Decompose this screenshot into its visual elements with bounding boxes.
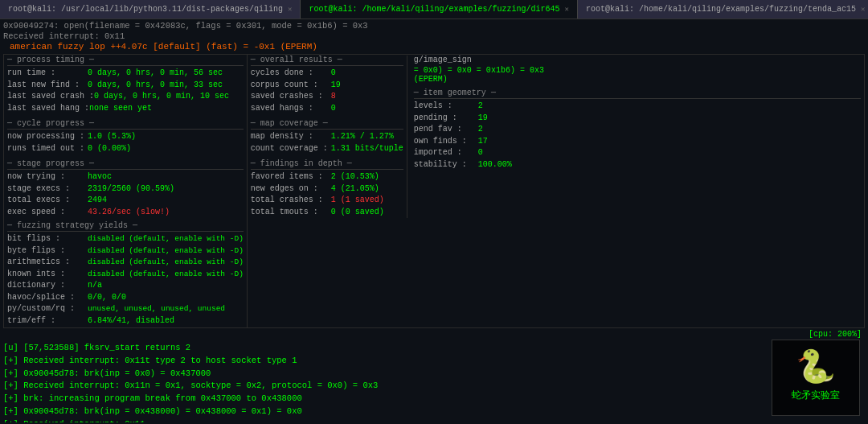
log-area: [u] [57,523588] fksrv_start returns 2 [+… — [3, 342, 865, 422]
byte-flips-row: byte flips : disabled (default, enable w… — [7, 245, 244, 257]
known-ints-row: known ints : disabled (default, enable w… — [7, 269, 244, 281]
log-line-0: [u] [57,523588] fksrv_start returns 2 — [3, 342, 865, 355]
cycle-progress-title: ─ cycle progress ─ — [7, 119, 244, 130]
total-execs-row: total execs : 2494 — [7, 195, 244, 207]
tab-1[interactable]: root@kali: /home/kali/qiling/examples/fu… — [301, 0, 577, 19]
tab-2[interactable]: root@kali: /home/kali/qiling/examples/fu… — [578, 0, 868, 19]
log-line-3: [+] Received interrupt: 0x11n = 0x1, soc… — [3, 380, 865, 393]
watermark-label: 蛇矛实验室 — [792, 389, 840, 402]
tab-2-close[interactable]: ✕ — [861, 5, 865, 14]
run-time-row: run time : 0 days, 0 hrs, 0 min, 56 sec — [7, 68, 244, 80]
cpu-info: [cpu: 200%] — [3, 330, 865, 339]
tab-0-close[interactable]: ✕ — [288, 5, 292, 14]
imported-row: imported : 0 — [414, 147, 861, 159]
total-tmouts-row: total tmouts : 0 (0 saved) — [251, 207, 403, 219]
now-processing-row: now processing : 1.0 (5.3%) — [7, 131, 244, 143]
runs-timed-out-row: runs timed out : 0 (0.00%) — [7, 143, 244, 155]
new-edges-on-row: new edges on : 4 (21.05%) — [251, 183, 403, 196]
saved-hangs-row: saved hangs : 0 — [251, 103, 403, 115]
terminal: root@kali: /usr/local/lib/python3.11/dis… — [0, 0, 868, 424]
findings-depth-title: ─ findings in depth ─ — [251, 159, 403, 170]
fuzzing-yields-title: ─ fuzzing strategy yields ─ — [7, 221, 244, 232]
pend-fav-row: pend fav : 2 — [414, 124, 861, 136]
snake-icon: 🐍 — [796, 353, 836, 385]
py-custom-rq-row: py/custom/rq : unused, unused, unused, u… — [7, 303, 244, 315]
watermark: 🐍 蛇矛实验室 — [772, 340, 860, 416]
tab-1-close[interactable]: ✕ — [565, 5, 569, 14]
havoc-splice-row: havoc/splice : 0/0, 0/0 — [7, 292, 244, 304]
log-line-5: [+] 0x90045d78: brk(inp = 0x438000) = 0x… — [3, 405, 865, 418]
header-path: 0x90049274: open(filename = 0x42083c, fl… — [3, 21, 865, 31]
main-content: 0x90049274: open(filename = 0x42083c, fl… — [0, 19, 868, 424]
stage-progress-title: ─ stage progress ─ — [7, 159, 244, 170]
last-saved-crash-row: last saved crash : 0 days, 0 hrs, 0 min,… — [7, 91, 244, 103]
tab-0[interactable]: root@kali: /usr/local/lib/python3.11/dis… — [0, 0, 301, 19]
fuzzy-header: american fuzzy lop ++4.07c [default] (fa… — [3, 42, 865, 51]
now-trying-row: now trying : havoc — [7, 171, 244, 183]
item-geometry-title: ─ item geometry ─ — [414, 89, 861, 99]
corpus-count-row: corpus count : 19 — [251, 80, 403, 92]
dictionary-row: dictionary : n/a — [7, 280, 244, 292]
stage-execs-row: stage execs : 2319/2560 (90.59%) — [7, 183, 244, 196]
overall-results-title: ─ overall results ─ — [251, 56, 403, 66]
favored-items-row: favored items : 2 (10.53%) — [251, 171, 403, 183]
log-line-4: [+] brk: increasing program break from 0… — [3, 393, 865, 405]
tab-2-label: root@kali: /home/kali/qiling/examples/fu… — [586, 5, 856, 14]
process-timing-title: ─ process timing ─ — [7, 56, 244, 66]
log-line-2: [+] 0x90045d78: brk(inp = 0x0) = 0x43700… — [3, 368, 865, 381]
stability-row: stability : 100.00% — [414, 159, 861, 171]
levels-row: levels : 2 — [414, 101, 861, 113]
header-interrupt: Received interrupt: 0x11 — [3, 31, 865, 41]
last-saved-hang-row: last saved hang : none seen yet — [7, 103, 244, 115]
log-line-1: [+] Received interrupt: 0x11t type 2 to … — [3, 355, 865, 368]
count-coverage-row: count coverage : 1.31 bits/tuple — [251, 143, 403, 155]
last-new-find-row: last new find : 0 days, 0 hrs, 0 min, 33… — [7, 80, 244, 92]
pending-row: pending : 19 — [414, 113, 861, 125]
tab-1-label: root@kali: /home/kali/qiling/examples/fu… — [309, 5, 559, 14]
map-density-row: map density : 1.21% / 1.27% — [251, 131, 403, 143]
arithmetics-row: arithmetics : disabled (default, enable … — [7, 257, 244, 269]
exec-speed-row: exec speed : 43.26/sec (slow!) — [7, 207, 244, 219]
bit-flips-row: bit flips : disabled (default, enable wi… — [7, 233, 244, 245]
tab-bar: root@kali: /usr/local/lib/python3.11/dis… — [0, 0, 868, 19]
trim-eff-row: trim/eff : 6.84%/41, disabled — [7, 315, 244, 327]
own-finds-row: own finds : 17 — [414, 136, 861, 148]
log-line-6: [+] Received interrupt: 0x11 — [3, 418, 865, 423]
saved-crashes-row: saved crashes : 8 — [251, 91, 403, 103]
total-crashes-row: total crashes : 1 (1 saved) — [251, 195, 403, 207]
tab-0-label: root@kali: /usr/local/lib/python3.11/dis… — [8, 5, 283, 14]
map-coverage-title: ─ map coverage ─ — [251, 119, 403, 130]
cycles-done-row: cycles done : 0 — [251, 68, 403, 80]
